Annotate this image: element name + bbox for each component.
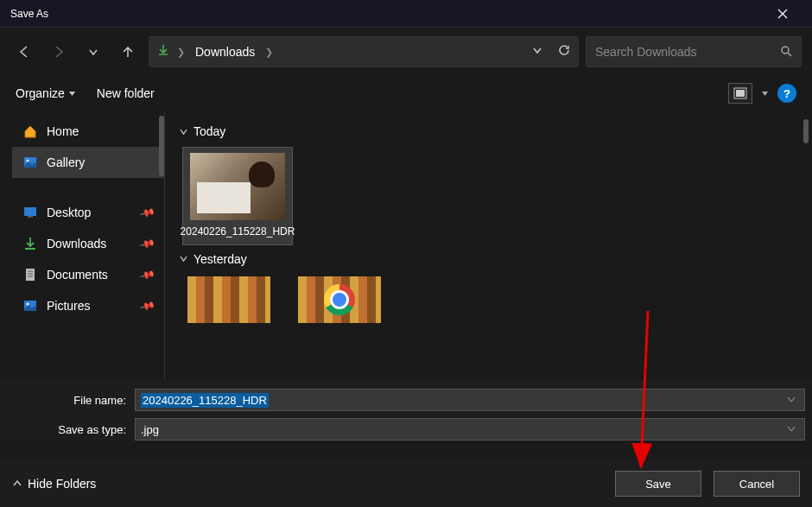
chevron-down-icon [179, 254, 188, 263]
refresh-icon [557, 43, 571, 57]
file-list: Today 20240226_115228_HDR Yesterday [164, 111, 812, 380]
help-button[interactable]: ? [777, 84, 796, 103]
section-today[interactable]: Today [179, 124, 802, 138]
view-icon [733, 87, 747, 99]
chrome-icon [324, 284, 355, 315]
file-item[interactable] [182, 275, 276, 325]
recent-button[interactable] [79, 38, 107, 66]
body-area: Home Gallery Desktop 📌 Downloads 📌 [0, 111, 812, 380]
svg-rect-5 [24, 207, 36, 216]
savetype-select[interactable]: .jpg [135, 418, 805, 440]
address-bar[interactable]: ❯ Downloads ❯ [149, 36, 579, 67]
content-scrollbar[interactable] [803, 119, 809, 143]
pin-icon: 📌 [139, 297, 156, 314]
section-yesterday[interactable]: Yesterday [179, 252, 802, 266]
chevron-down-icon [787, 395, 796, 403]
sidebar-item-gallery[interactable]: Gallery [12, 147, 164, 178]
caret-down-icon [68, 90, 76, 98]
address-dropdown[interactable] [531, 44, 543, 60]
save-button[interactable]: Save [615, 471, 701, 497]
sub-toolbar: Organize New folder ? [0, 76, 812, 111]
filename-input[interactable]: 20240226_115228_HDR [135, 389, 805, 411]
filename-label: File name: [7, 394, 135, 407]
sidebar-item-home[interactable]: Home [12, 116, 164, 147]
chevron-up-icon [12, 478, 22, 489]
pictures-icon [22, 298, 38, 314]
desktop-icon [22, 205, 38, 220]
sidebar-item-desktop[interactable]: Desktop 📌 [12, 197, 164, 228]
form-area: File name: 20240226_115228_HDR Save as t… [0, 380, 812, 440]
refresh-button[interactable] [557, 43, 571, 60]
svg-rect-7 [26, 269, 35, 281]
arrow-right-icon [51, 44, 67, 60]
cancel-button[interactable]: Cancel [714, 471, 800, 497]
close-icon [777, 9, 788, 19]
view-button[interactable] [728, 83, 752, 104]
close-button[interactable] [764, 1, 802, 27]
svg-rect-6 [28, 216, 33, 218]
chevron-down-icon [87, 46, 99, 58]
breadcrumb-location[interactable]: Downloads [192, 43, 258, 60]
sidebar-item-documents[interactable]: Documents 📌 [12, 259, 164, 290]
breadcrumb-separator: ❯ [265, 47, 273, 58]
up-button[interactable] [114, 38, 142, 66]
gallery-icon [22, 155, 38, 170]
sidebar-item-downloads[interactable]: Downloads 📌 [12, 228, 164, 259]
pin-icon: 📌 [139, 266, 156, 283]
file-thumbnail [298, 276, 381, 323]
organize-button[interactable]: Organize [16, 86, 76, 100]
hide-folders-button[interactable]: Hide Folders [12, 477, 96, 491]
search-box[interactable] [586, 36, 802, 67]
back-button[interactable] [10, 38, 38, 66]
savetype-dropdown[interactable] [783, 424, 799, 434]
caret-down-icon [761, 90, 769, 98]
new-folder-button[interactable]: New folder [97, 86, 155, 100]
sidebar: Home Gallery Desktop 📌 Downloads 📌 [0, 111, 164, 380]
svg-point-9 [27, 303, 29, 306]
documents-icon [22, 267, 38, 282]
download-folder-icon [156, 43, 170, 60]
footer: Hide Folders Save Cancel [0, 460, 812, 507]
breadcrumb-separator: ❯ [177, 47, 185, 58]
savetype-label: Save as type: [7, 423, 135, 436]
search-input[interactable] [595, 45, 780, 59]
file-item[interactable]: 20240226_115228_HDR [182, 147, 293, 245]
file-thumbnail [190, 153, 285, 220]
downloads-icon [22, 236, 38, 251]
filename-dropdown[interactable] [783, 395, 799, 405]
svg-rect-2 [736, 90, 745, 97]
svg-point-0 [782, 47, 789, 54]
arrow-left-icon [16, 44, 32, 60]
file-item[interactable] [293, 275, 386, 325]
pin-icon: 📌 [139, 204, 156, 221]
file-thumbnail [187, 276, 270, 323]
arrow-up-icon [120, 44, 136, 60]
forward-button[interactable] [45, 38, 73, 66]
chevron-down-icon [531, 44, 543, 56]
window-title: Save As [10, 8, 48, 20]
home-icon [22, 124, 38, 139]
file-label: 20240226_115228_HDR [181, 225, 295, 239]
chevron-down-icon [179, 127, 188, 136]
sidebar-item-pictures[interactable]: Pictures 📌 [12, 290, 164, 321]
title-bar: Save As [0, 0, 812, 28]
pin-icon: 📌 [139, 235, 156, 252]
nav-toolbar: ❯ Downloads ❯ [0, 28, 812, 76]
chevron-down-icon [787, 424, 796, 433]
search-icon [780, 45, 792, 60]
